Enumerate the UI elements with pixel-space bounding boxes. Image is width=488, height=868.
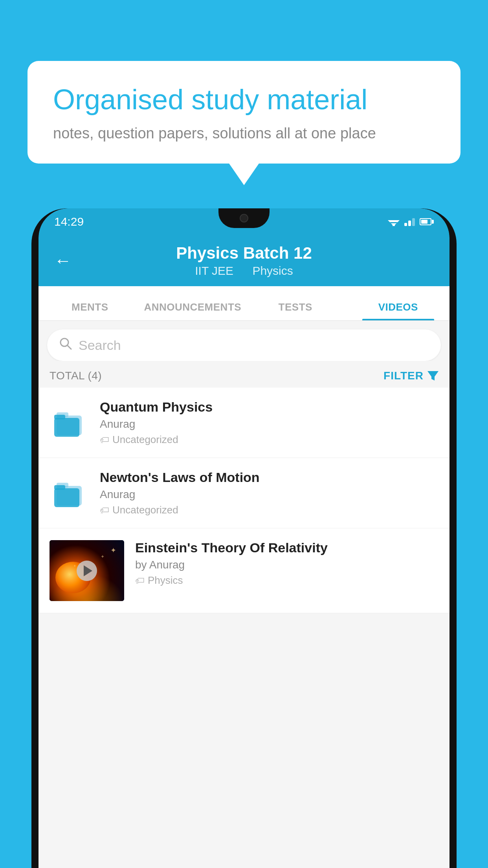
tag-icon: 🏷 bbox=[135, 575, 145, 586]
svg-rect-14 bbox=[54, 485, 65, 490]
status-icons bbox=[388, 217, 434, 226]
signal-bars-icon bbox=[404, 217, 415, 226]
speech-bubble: Organised study material notes, question… bbox=[28, 61, 460, 164]
tag-icon: 🏷 bbox=[100, 434, 109, 445]
tag-label: Uncategorized bbox=[112, 434, 178, 446]
video-info: Newton's Laws of Motion Anurag 🏷 Uncateg… bbox=[100, 470, 438, 516]
svg-marker-6 bbox=[427, 371, 438, 381]
batch-subtitle: IIT JEE Physics bbox=[176, 264, 312, 278]
battery-icon bbox=[420, 218, 434, 225]
play-triangle bbox=[84, 565, 92, 576]
status-bar: 14:29 bbox=[39, 208, 449, 235]
video-tag: 🏷 Uncategorized bbox=[100, 504, 438, 516]
video-author: Anurag bbox=[100, 418, 438, 430]
phone-frame: 14:29 bbox=[31, 208, 457, 868]
tab-bar: MENTS ANNOUNCEMENTS TESTS VIDEOS bbox=[39, 286, 449, 321]
batch-title: Physics Batch 12 bbox=[176, 244, 312, 263]
camera-dot bbox=[240, 214, 248, 223]
video-author: by Anurag bbox=[135, 559, 438, 571]
svg-rect-10 bbox=[54, 415, 65, 419]
video-title: Quantum Physics bbox=[100, 399, 438, 415]
filter-button[interactable]: FILTER bbox=[383, 370, 438, 382]
batch-subject: Physics bbox=[252, 264, 293, 277]
search-bar[interactable]: Search bbox=[47, 329, 441, 361]
list-item[interactable]: Newton's Laws of Motion Anurag 🏷 Uncateg… bbox=[39, 458, 449, 528]
tag-label: Uncategorized bbox=[112, 504, 178, 516]
filter-label: FILTER bbox=[383, 370, 424, 382]
video-tag: 🏷 Uncategorized bbox=[100, 434, 438, 446]
phone-screen: 14:29 bbox=[39, 208, 449, 868]
search-placeholder: Search bbox=[79, 338, 121, 353]
folder-icon bbox=[53, 477, 86, 509]
video-thumbnail: ✦ ✦ ✦ bbox=[50, 540, 124, 601]
notch bbox=[218, 208, 270, 228]
speech-bubble-title: Organised study material bbox=[53, 83, 435, 116]
list-item[interactable]: Quantum Physics Anurag 🏷 Uncategorized bbox=[39, 388, 449, 458]
filter-icon bbox=[427, 371, 438, 381]
video-title: Newton's Laws of Motion bbox=[100, 470, 438, 485]
wifi-icon bbox=[388, 217, 400, 226]
video-list: Quantum Physics Anurag 🏷 Uncategorized bbox=[39, 388, 449, 613]
tab-videos[interactable]: VIDEOS bbox=[347, 301, 450, 320]
screen-content: Search TOTAL (4) FILTER bbox=[39, 321, 449, 868]
svg-rect-13 bbox=[54, 488, 79, 507]
tab-ments[interactable]: MENTS bbox=[39, 301, 141, 320]
folder-icon-wrap bbox=[50, 406, 89, 439]
batch-category: IIT JEE bbox=[195, 264, 233, 277]
tag-icon: 🏷 bbox=[100, 505, 109, 516]
video-info: Einstein's Theory Of Relativity by Anura… bbox=[135, 540, 438, 587]
speech-bubble-subtitle: notes, question papers, solutions all at… bbox=[53, 125, 435, 142]
total-bar: TOTAL (4) FILTER bbox=[39, 361, 449, 388]
app-bar-title: Physics Batch 12 IIT JEE Physics bbox=[176, 244, 312, 278]
search-icon bbox=[59, 337, 72, 353]
back-button[interactable]: ← bbox=[54, 251, 72, 270]
tab-tests[interactable]: TESTS bbox=[244, 301, 347, 320]
svg-rect-9 bbox=[54, 418, 79, 437]
play-button[interactable] bbox=[77, 561, 97, 581]
phone-inner: 14:29 bbox=[39, 208, 449, 868]
tab-announcements[interactable]: ANNOUNCEMENTS bbox=[141, 301, 244, 320]
video-title: Einstein's Theory Of Relativity bbox=[135, 540, 438, 555]
tag-label: Physics bbox=[148, 574, 183, 587]
svg-line-5 bbox=[67, 345, 71, 349]
total-count: TOTAL (4) bbox=[50, 370, 102, 382]
video-info: Quantum Physics Anurag 🏷 Uncategorized bbox=[100, 399, 438, 446]
app-bar: ← Physics Batch 12 IIT JEE Physics bbox=[39, 235, 449, 286]
folder-icon-wrap bbox=[50, 476, 89, 509]
folder-icon bbox=[53, 407, 86, 438]
video-tag: 🏷 Physics bbox=[135, 574, 438, 587]
video-author: Anurag bbox=[100, 488, 438, 501]
list-item[interactable]: ✦ ✦ ✦ Einstein's Theory Of Relativity by… bbox=[39, 528, 449, 613]
status-time: 14:29 bbox=[54, 215, 84, 228]
